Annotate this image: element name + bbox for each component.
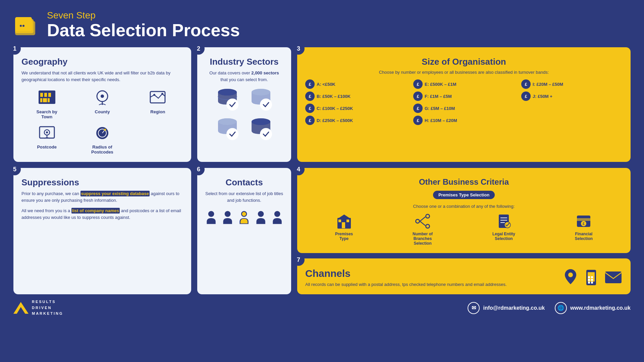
legal-entity-item: Legal EntitySelection	[492, 213, 515, 241]
step6-title: Contacts	[205, 177, 283, 188]
step5-badge: 5	[9, 163, 21, 175]
svg-marker-44	[337, 215, 351, 219]
svg-point-41	[258, 211, 264, 217]
pound-G: £	[413, 104, 423, 113]
band-C: £ C: £100K – £250K	[305, 104, 407, 113]
svg-point-26	[218, 89, 237, 96]
svg-point-42	[274, 211, 280, 217]
band-D: £ D: £250K – £500K	[305, 116, 407, 125]
premises-type-label: PremisesType	[335, 232, 353, 241]
svg-point-53	[416, 220, 419, 223]
db-row-1	[214, 86, 274, 113]
step4-badge: 4	[292, 163, 305, 175]
db-icons	[205, 86, 283, 142]
svg-rect-72	[588, 276, 590, 278]
svg-rect-2	[15, 17, 32, 31]
pound-C: £	[305, 104, 315, 113]
step1-body: We understand that not all clients work …	[21, 70, 183, 83]
postal-icon	[563, 268, 578, 287]
band-E: £ E: £500K – £1M	[413, 79, 515, 89]
header-icon	[13, 12, 40, 39]
geo-county-label: County	[95, 109, 110, 114]
svg-rect-11	[48, 98, 50, 102]
geo-county: County	[77, 89, 127, 119]
svg-point-20	[46, 131, 48, 133]
step7-title: Channels	[305, 268, 556, 279]
band-H: £ H: £10M – £20M	[413, 116, 515, 125]
step2-badge: 2	[193, 43, 205, 55]
svg-rect-7	[44, 93, 47, 97]
telephone-icon	[584, 268, 599, 287]
svg-rect-47	[346, 220, 349, 222]
svg-rect-45	[342, 222, 345, 228]
geo-search-town-label: Search byTown	[37, 109, 57, 119]
pound-E: £	[413, 79, 423, 89]
band-F: £ F: £1M – £5M	[413, 92, 515, 101]
step7-body: All records can be supplied with a posta…	[305, 282, 556, 287]
pound-A: £	[305, 79, 315, 89]
geo-postcode-label: Postcode	[37, 144, 57, 149]
band-A: £ A: <£50K	[305, 79, 407, 89]
svg-point-29	[252, 89, 270, 96]
footer-logo: RESULTS DRIVEN MARKETING	[13, 299, 63, 317]
svg-point-17	[161, 93, 163, 95]
rdm-logo-icon	[13, 302, 29, 314]
premises-badge: Premises Type Selection	[433, 191, 495, 199]
step5-title: Suppressions	[21, 177, 183, 188]
step4-title: Other Business Criteria	[305, 177, 623, 187]
step5-body1: Prior to any purchase, we can suppress y…	[21, 190, 183, 203]
svg-rect-71	[591, 279, 593, 281]
svg-point-33	[226, 128, 238, 140]
svg-point-54	[426, 215, 429, 218]
band-J: £ J: £50M +	[521, 92, 623, 101]
geo-search-by-town: Search byTown	[21, 89, 72, 119]
step4-other: 4 Other Business Criteria Premises Type …	[297, 168, 631, 253]
header-title: Data Selection Process	[47, 21, 240, 40]
step5-body2: All we need from you is a list of compan…	[21, 207, 183, 221]
svg-point-36	[260, 128, 272, 140]
step2-title: Industry Sectors	[205, 57, 283, 67]
svg-rect-70	[588, 279, 590, 281]
pound-I: £	[521, 79, 531, 89]
svg-point-3	[20, 25, 22, 27]
step5-suppressions: 5 Suppressions Prior to any purchase, we…	[13, 168, 191, 294]
contacts-icons	[205, 209, 283, 226]
footer-email-text: info@rdmarketing.co.uk	[483, 305, 545, 311]
footer-website: 🌐 www.rdmarketing.co.uk	[555, 302, 631, 314]
svg-point-24	[104, 129, 106, 131]
footer-website-text: www.rdmarketing.co.uk	[570, 305, 631, 311]
step2-industry: 2 Industry Sectors Our data covers over …	[197, 47, 291, 162]
step6-contacts: 6 Contacts Select from our extensive lis…	[197, 168, 291, 294]
geo-region-label: Region	[150, 109, 165, 114]
step3-title: Size of Organisation	[305, 57, 623, 67]
financial-item: £ FinancialSelection	[575, 213, 593, 241]
svg-point-38	[225, 211, 231, 217]
other-icons-row: PremisesType	[305, 213, 623, 246]
svg-point-40	[242, 212, 246, 216]
geo-postcode: Postcode	[21, 124, 72, 155]
header: Seven Step Data Selection Process	[13, 10, 631, 40]
svg-rect-73	[591, 276, 593, 278]
branches-item: Number ofBranchesSelection	[413, 213, 433, 246]
step3-subtitle: Choose by number or employees or all bus…	[305, 70, 623, 75]
footer-contact: ✉ info@rdmarketing.co.uk 🌐 www.rdmarketi…	[468, 302, 631, 314]
svg-line-51	[420, 217, 425, 221]
svg-point-35	[252, 118, 270, 125]
step7-channels: 7 Channels All records can be supplied w…	[297, 258, 631, 294]
svg-rect-10	[40, 98, 42, 102]
main-container: Seven Step Data Selection Process 1 Geog…	[0, 0, 644, 362]
svg-point-30	[260, 99, 272, 111]
svg-point-32	[218, 118, 237, 125]
band-I: £ I: £20M – £50M	[521, 79, 623, 89]
svg-rect-6	[40, 93, 43, 97]
band-G: £ G: £5M – £10M	[413, 104, 515, 113]
geo-radius: Radius ofPostcodes	[77, 124, 127, 155]
footer-logo-text: RESULTS DRIVEN MARKETING	[32, 299, 63, 317]
svg-rect-74	[605, 272, 622, 283]
branches-label: Number ofBranchesSelection	[413, 232, 433, 246]
legal-entity-label: Legal EntitySelection	[492, 232, 515, 241]
geo-radius-label: Radius ofPostcodes	[91, 144, 113, 155]
svg-rect-62	[577, 218, 590, 221]
svg-rect-68	[588, 282, 590, 284]
header-text: Seven Step Data Selection Process	[47, 10, 240, 40]
